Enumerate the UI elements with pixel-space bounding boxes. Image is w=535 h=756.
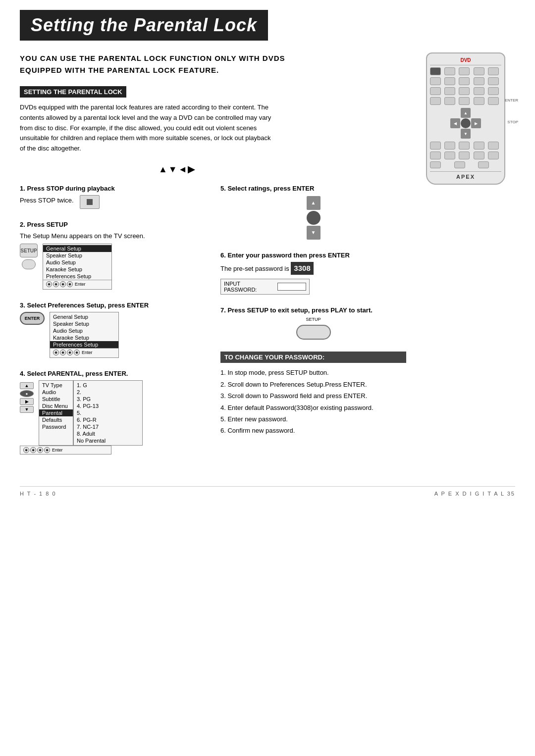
small-nav-arrows: ▲ ▼ [292,196,335,240]
step2-block: 2. Press SETUP The Setup Menu appears on… [20,221,206,290]
remote-nav-down: ▼ [461,129,471,139]
menu2-box: General Setup Speaker Setup Audio Setup … [50,312,119,358]
circle-icon-4: ◉ [67,281,73,287]
setup-button-area: SETUP [220,317,406,340]
stop-button-icon [80,195,100,209]
circle-icon-2: ◉ [53,281,59,287]
remote-lower-6 [430,151,441,159]
step6-block: 6. Enter your password then press ENTER … [220,252,406,295]
nav-icon-group: ▲ ● ▶ ▼ [20,382,34,413]
step5-title: 5. Select ratings, press ENTER [220,185,406,192]
remote-btn-2 [444,67,455,75]
change-pwd-step-5: 5. Enter new password. [220,413,406,425]
change-password-section: TO CHANGE YOUR PASSWORD: 1. In stop mode… [220,352,406,436]
menu1-footer: ◉ ◉ ◉ ◉ Enter [43,280,111,288]
setup-icon: SETUP [20,244,38,257]
rating-5: 5. [74,409,142,416]
setup-label: SETUP [220,317,406,322]
rating-pg13: 4. PG-13 [74,403,142,409]
step7-title: 7. Press SETUP to exit setup, press PLAY… [220,306,406,314]
step2-title: 2. Press SETUP [20,221,206,228]
menu2-item-0: General Setup [50,313,118,320]
page-title: Setting the Parental Lock [31,15,257,36]
intro-text: YOU CAN USE THE PARENTAL LOCK FUNCTION O… [20,52,297,76]
remote-btn-1 [430,67,441,75]
remote-lower-7 [444,151,455,159]
password-input-field[interactable] [277,283,306,291]
small-nav-down: ▼ [307,226,321,240]
enter-button-label: ENTER [25,316,40,321]
nav-down-btn: ▼ [20,406,34,413]
left-column: YOU CAN USE THE PARENTAL LOCK FUNCTION O… [20,52,406,466]
remote-control: DVD [426,52,505,185]
setup-button-shape [22,259,36,269]
remote-nav-up: ▲ [461,108,471,118]
password-value: 3308 [291,262,313,275]
circle-icon-3: ◉ [60,281,66,287]
remote-btn-13 [459,87,470,95]
small-nav-up: ▲ [307,196,321,210]
remote-lower-1 [430,142,441,150]
remote-lower-10 [488,151,499,159]
parental-item-subtitle: Subtitle [39,396,73,403]
rating-noparental: No Parental [74,437,142,444]
menu2-demo: ENTER General Setup Speaker Setup Audio … [20,312,206,358]
remote-btn-grid-4 [430,97,501,105]
remote-btn-3 [459,67,470,75]
remote-btn-11 [430,87,441,95]
step2-sub: The Setup Menu appears on the TV screen. [20,231,206,241]
step6-title: 6. Enter your password then press ENTER [220,252,406,259]
remote-btn-grid-1 [430,67,501,75]
menu1-enter-label: Enter [75,282,86,287]
right-column: DVD [416,52,515,466]
change-password-heading: TO CHANGE YOUR PASSWORD: [220,352,406,363]
menu1-item-3: Karaoke Setup [43,266,111,273]
change-pwd-step-3: 3. Scroll down to Password field and pre… [220,390,406,402]
section1-heading: SETTING THE PARENTAL LOCK [20,86,126,98]
rating-pgr: 6. PG-R [74,416,142,423]
menu1-item-0: General Setup [43,245,111,252]
parental-menu-footer: ◉ ◉ ◉ ◉ Enter [20,446,111,454]
remote-bottom-row [430,161,501,168]
remote-nav-center [461,118,471,128]
remote-btn-20 [488,97,499,105]
remote-btn-16 [430,97,441,105]
change-password-list: 1. In stop mode, press SETUP button. 2. … [220,367,406,436]
remote-btn-grid-3 [430,87,501,95]
remote-top-label: DVD [430,57,501,65]
change-pwd-step-6: 6. Confirm new password. [220,425,406,436]
footer-brand-page: A P E X D I G I T A L 35 [434,491,515,497]
remote-bottom-2 [454,161,465,168]
small-nav-center [307,211,321,225]
circle-icon-5: ◉ [53,350,59,355]
parental-item-tvtype: TV Type [39,382,73,389]
menu2-item-1: Speaker Setup [50,320,118,327]
step6-sub: The pre-set password is 3308 [220,262,406,275]
parental-item-discmenu: Disc Menu [39,403,73,409]
step4-title: 4. Select PARENTAL, press ENTER. [20,370,206,377]
remote-btn-19 [474,97,484,105]
step3-block: 3. Select Preferences Setup, press ENTER… [20,302,206,358]
remote-btn-5 [488,67,499,75]
rating-2: 2. [74,389,142,396]
menu2-footer: ◉ ◉ ◉ ◉ Enter [50,348,118,356]
change-pwd-step-1: 1. In stop mode, press SETUP button. [220,367,406,378]
password-input-box: INPUT PASSWORD: [220,279,310,295]
remote-dvd-label: DVD [460,57,471,63]
remote-btn-18 [459,97,470,105]
remote-lower-9 [474,151,484,159]
steps-left: 1. Press STOP during playback Press STOP… [20,185,206,467]
remote-btn-7 [444,77,455,85]
remote-btn-14 [474,87,484,95]
nav-right-btn: ▶ [20,398,34,405]
remote-btn-4 [474,67,484,75]
remote-btn-10 [488,77,499,85]
footer-model: H T - 1 8 0 [20,491,56,497]
remote-nav-cross: ▲ ◀ ▶ ▼ [430,108,501,139]
step4-block: 4. Select PARENTAL, press ENTER. ▲ ● ▶ ▼… [20,370,206,454]
remote-lower-5 [488,142,499,150]
remote-lower-3 [459,142,470,150]
menu2-item-3: Karaoke Setup [50,334,118,341]
parental-item-parental: Parental [39,409,73,416]
stop-label: STOP [507,120,518,124]
